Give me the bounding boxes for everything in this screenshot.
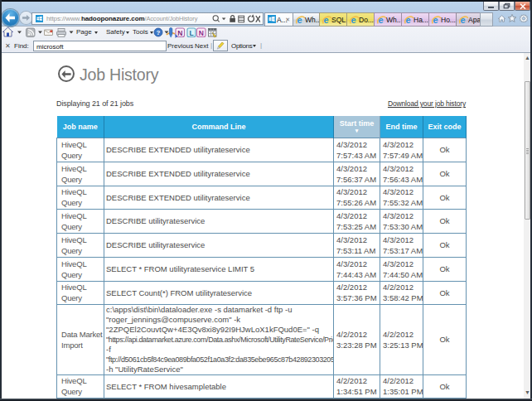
svg-text:L: L xyxy=(189,29,193,37)
svg-text:N: N xyxy=(177,29,182,37)
svg-text:N: N xyxy=(199,29,204,37)
svg-text:?: ? xyxy=(157,29,161,36)
